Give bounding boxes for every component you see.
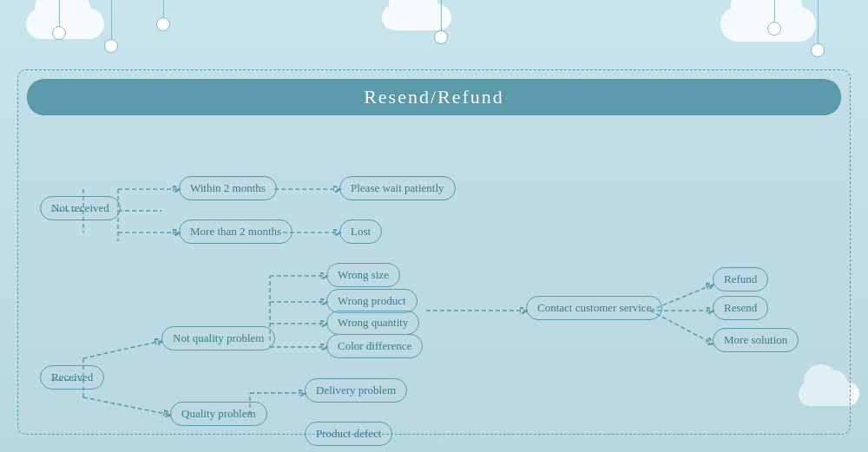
hanging-decoration-3 bbox=[156, 0, 170, 31]
hanging-decoration-5 bbox=[767, 0, 781, 36]
please-wait-node: Please wait patiently bbox=[339, 176, 456, 200]
hanging-decoration-4 bbox=[434, 0, 448, 44]
received-node: Received bbox=[40, 365, 104, 390]
wrong-size-node: Wrong size bbox=[326, 263, 400, 287]
refund-node: Refund bbox=[713, 267, 768, 292]
hanging-decoration-2 bbox=[104, 0, 118, 53]
page-title: Resend/Refund bbox=[364, 86, 504, 108]
delivery-problem-node: Delivery problem bbox=[305, 378, 407, 403]
more-solution-node: More solution bbox=[713, 328, 799, 352]
hanging-decoration-6 bbox=[811, 0, 825, 57]
resend-node: Resend bbox=[713, 296, 768, 320]
more-than-2-months-node: More than 2 months bbox=[179, 219, 293, 244]
title-bar: Resend/Refund bbox=[27, 79, 841, 115]
wrong-quantity-node: Wrong quantity bbox=[326, 311, 419, 335]
product-defect-node: Product defect bbox=[305, 422, 392, 446]
not-received-node: Not received bbox=[40, 196, 121, 220]
main-container: Resend/Refund bbox=[17, 69, 851, 435]
within-2-months-node: Within 2 months bbox=[179, 176, 277, 200]
svg-line-9 bbox=[83, 397, 170, 415]
not-quality-problem-node: Not quality problem bbox=[161, 326, 275, 350]
wrong-product-node: Wrong product bbox=[326, 289, 418, 313]
hanging-decoration-1 bbox=[52, 0, 66, 40]
contact-customer-service-node: Contact customer service bbox=[526, 296, 662, 320]
lost-node: Lost bbox=[339, 219, 382, 244]
svg-line-8 bbox=[83, 341, 161, 358]
diagram: Not received Within 2 months Please wait… bbox=[27, 128, 841, 423]
color-difference-node: Color difference bbox=[326, 334, 423, 358]
quality-problem-node: Quality problem bbox=[170, 402, 267, 426]
